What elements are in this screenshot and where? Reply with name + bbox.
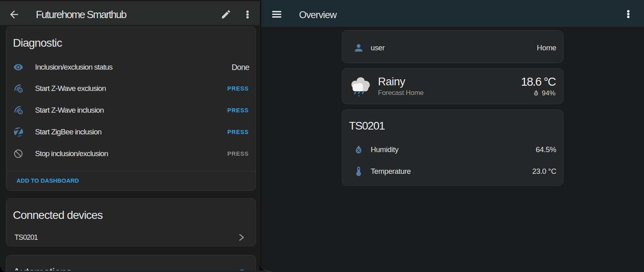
svg-text:Z: Z	[13, 127, 24, 137]
svg-text:z: z	[19, 110, 21, 114]
svg-text:z: z	[19, 89, 21, 93]
